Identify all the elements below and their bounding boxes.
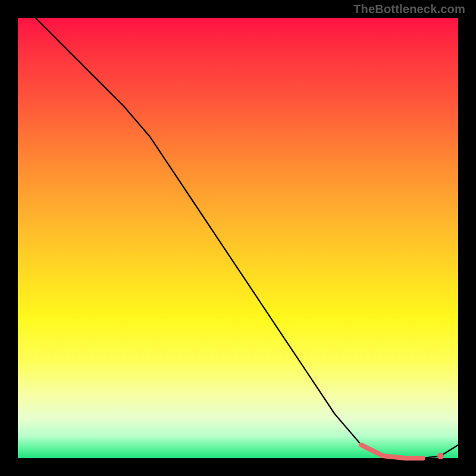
trough-end-dot xyxy=(437,453,444,459)
chart-frame: TheBottleneck.com xyxy=(0,0,476,476)
trough-highlight xyxy=(361,445,423,458)
curve-line xyxy=(18,0,458,458)
watermark-text: TheBottleneck.com xyxy=(353,2,465,16)
plot-area xyxy=(18,18,458,458)
chart-svg xyxy=(18,18,458,458)
